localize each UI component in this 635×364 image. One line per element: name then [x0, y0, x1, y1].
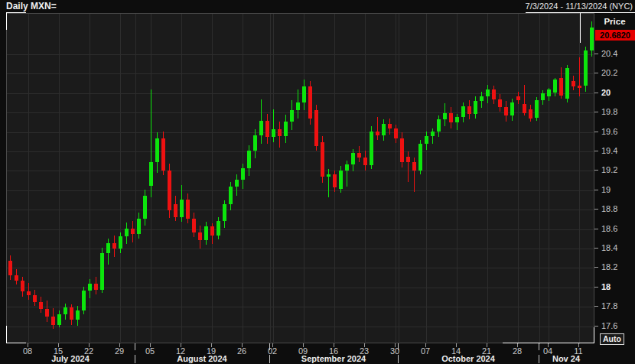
month-separator [269, 355, 270, 363]
price-gridline [7, 93, 595, 94]
candle-body [204, 226, 208, 240]
candle-body [76, 310, 80, 320]
date-gridline [426, 14, 427, 344]
candle-body [394, 128, 398, 138]
candle-body [425, 136, 428, 144]
date-gridline [365, 14, 366, 344]
month-label: Nov 24 [552, 354, 580, 363]
candle-body [112, 243, 116, 249]
candle-body [418, 144, 422, 170]
candle-body [137, 219, 141, 234]
candle-body [131, 229, 135, 235]
candle-body [370, 132, 373, 165]
month-boundary-tick [269, 343, 270, 350]
price-gridline [7, 307, 595, 307]
candle-body [547, 89, 551, 96]
price-tick-label: 20 [601, 88, 611, 97]
price-tick-label: 19.2 [601, 165, 617, 174]
price-tick-mark [594, 151, 598, 151]
candle-body [449, 113, 453, 123]
candle-body [229, 187, 233, 204]
candle-body [553, 80, 557, 93]
candle-body [486, 89, 490, 96]
price-gridline [7, 73, 595, 74]
candlestick-plot-area[interactable] [6, 13, 594, 343]
candle-body [535, 100, 539, 118]
candle-body [437, 119, 441, 131]
price-gridline [7, 54, 595, 55]
month-gridline [135, 14, 136, 344]
price-tick-mark [594, 287, 598, 288]
candle-body [431, 132, 435, 136]
candle-body [94, 284, 98, 290]
candle-body [186, 200, 190, 219]
date-gridline [181, 14, 182, 344]
month-separator [135, 355, 135, 363]
candle-body [461, 106, 465, 117]
price-tick-label: 19.4 [601, 146, 617, 155]
month-label: August 2024 [177, 354, 226, 363]
price-gridline [7, 151, 595, 152]
candle-body [388, 124, 392, 128]
candle-body [541, 93, 545, 100]
price-tick-label: 19 [601, 185, 611, 194]
candle-body [339, 171, 343, 189]
date-gridline [304, 14, 304, 344]
candle-body [443, 113, 447, 120]
price-tick-mark [594, 306, 598, 307]
candle-body [572, 81, 575, 87]
candle-body [504, 107, 508, 115]
corner-bracket-bottom-right-h [503, 343, 594, 343]
price-tick-label: 18 [601, 282, 611, 291]
candle-body [480, 96, 484, 101]
candle-body [100, 253, 104, 290]
candle-body [584, 50, 588, 86]
price-tick-mark [594, 229, 598, 229]
candle-body [321, 142, 324, 177]
price-tick-label: 17.6 [601, 321, 617, 330]
candle-body [247, 151, 251, 168]
corner-bracket-bottom-left-h [6, 343, 26, 343]
candle-body [272, 129, 275, 137]
candle-body [492, 89, 496, 99]
candle-wick [579, 57, 580, 96]
price-header-highlight-left [580, 12, 581, 43]
candle-body [412, 162, 416, 170]
date-gridline [120, 14, 121, 344]
price-tick-mark [594, 326, 598, 327]
date-gridline [518, 14, 519, 344]
date-range-label: 7/3/2024 - 11/13/2024 (NYC) [526, 2, 633, 11]
date-gridline [549, 14, 549, 344]
date-gridline [487, 14, 488, 344]
candle-body [155, 138, 159, 163]
month-gridline [399, 14, 399, 344]
month-label: September 2024 [301, 354, 366, 363]
candle-body [174, 204, 177, 217]
candle-body [198, 232, 202, 240]
price-gridline [7, 171, 595, 171]
candle-body [516, 96, 520, 100]
candle-body [559, 78, 563, 96]
candle-body [296, 102, 300, 110]
last-price-badge: 20.6820 [595, 30, 635, 41]
date-gridline [59, 14, 60, 344]
corner-bracket-top-left-v [6, 12, 7, 30]
date-tick-label: 28 [513, 346, 522, 356]
price-gridline [7, 229, 595, 230]
price-tick-mark [594, 54, 598, 54]
month-separator [398, 355, 399, 363]
candle-body [510, 102, 514, 116]
candle-body [64, 307, 67, 314]
candle-body [523, 104, 526, 112]
date-gridline [396, 14, 396, 344]
price-gridline [7, 132, 595, 133]
date-gridline [457, 14, 458, 344]
candle-body [302, 86, 306, 102]
candle-body [106, 243, 110, 253]
auto-scale-button[interactable]: Auto [600, 333, 624, 345]
date-tick-label: 07 [421, 346, 430, 356]
price-tick-label: 18.2 [601, 262, 617, 271]
candle-body [51, 317, 55, 324]
candle-body [455, 117, 459, 123]
month-gridline [539, 14, 540, 344]
